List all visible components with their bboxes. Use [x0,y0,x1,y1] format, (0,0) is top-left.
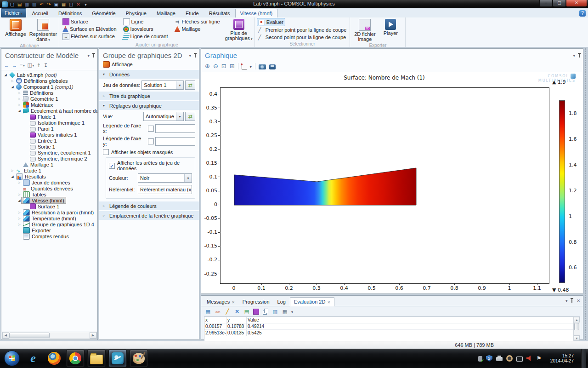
horizontal-scrollbar[interactable]: ◀ ▶ [2,332,97,339]
usb-device-icon[interactable] [478,356,482,362]
plot-area[interactable]: Surface: Nombre de Mach (1) COMSOL MULTI… [201,72,583,293]
y-legend-checkbox[interactable] [148,138,154,144]
ribbon-tab-maillage[interactable]: Maillage [152,9,181,17]
section-donnees[interactable]: Données [99,70,199,79]
export-table-icon[interactable] [272,309,278,315]
collapse-all-icon[interactable] [37,62,41,69]
edge-color-select[interactable]: Noir [138,173,192,183]
file-menu-button[interactable]: Fichier [1,8,26,17]
close-tab-icon[interactable] [232,299,235,305]
show-hidden-objects-checkbox[interactable] [103,149,109,155]
expand-arrow-icon[interactable]: ▷ [17,103,22,107]
tree-item-maillage-1[interactable]: Maillage 1 [1,161,97,167]
show-desktop-button[interactable] [581,349,586,368]
copy-icon[interactable] [53,1,59,7]
tree-item-entree-1[interactable]: Entrée 1 [1,138,97,144]
tree-item-resultats[interactable]: ◢Résultats [1,173,97,179]
column-header[interactable]: y [226,317,247,323]
tree-item-quantites-derivees[interactable]: Quantités dérivées [1,185,97,191]
tree-item-exporter[interactable]: Exporter [1,227,97,233]
panel-menu-icon[interactable] [87,52,90,58]
vertical-scrollbar[interactable]: ▲ ▼ [573,317,580,341]
tree-item-jeux-de-donnees[interactable]: ▷Jeux de données [1,179,97,185]
tree-item-composant-1[interactable]: ◢Composant 1(comp1) [1,84,97,90]
tree-item-ecoulement-a-haut-nombre-de-mach[interactable]: ◢Ecoulement à haut nombre de Mach [1,108,97,114]
pin-icon[interactable] [193,53,197,58]
collapse-arrow-icon[interactable]: ◢ [3,73,8,77]
visibility-menu-icon[interactable] [27,62,34,69]
duplicate-icon[interactable] [68,1,74,7]
tree-item-sortie-1[interactable]: Sortie 1 [1,144,97,150]
tree-item-symetrie-ecoulement-1[interactable]: Symétrie, écoulement 1 [1,150,97,155]
tree-item-paroi-1[interactable]: Paroi 1 [1,126,97,132]
tree-item-comptes-rendus[interactable]: Comptes rendus [1,233,97,239]
table-settings-icon[interactable] [282,309,288,315]
minimize-button[interactable] [539,0,553,7]
ribbon-tab-geometrie[interactable]: Géométrie [87,9,120,17]
tree-item-resolution-a-la-paroi-hmnf[interactable]: ▷Résolution à la paroi (hmnf) [1,209,97,215]
expand-arrow-icon[interactable]: ▷ [10,169,15,172]
x-legend-input[interactable] [155,124,195,133]
close-button[interactable] [566,0,587,7]
save-file-icon[interactable] [24,1,30,7]
close-tab-icon[interactable] [327,299,330,305]
nav-forward-icon[interactable] [12,62,17,69]
table-row[interactable]: 2.99513e-40.001350.5425 [204,330,573,336]
tree-item-fluide-1[interactable]: Fluide 1 [1,114,97,120]
section-emplacement-fenetre[interactable]: Emplacement de la fenêtre graphique [99,211,199,220]
axis-orientation-icon[interactable] [242,64,247,69]
ribbon-tab-vitesse-hmnf[interactable]: Vitesse (hmnf) [235,9,278,17]
button-ligne-de-courant[interactable]: Ligne de courant [122,33,170,40]
tab-evaluation-2d[interactable]: Evaluation 2D [290,297,334,306]
zoom-box-icon[interactable] [221,63,226,70]
undo-icon[interactable] [39,1,45,7]
plot-button[interactable]: Affichage [99,61,199,69]
action-center-icon[interactable] [537,355,543,362]
expand-arrow-icon[interactable]: ▷ [17,211,22,214]
button-maillage[interactable]: Maillage [173,25,221,33]
collapse-arrow-icon[interactable]: ◢ [17,109,22,113]
button-evaluer[interactable]: Evaluer [257,18,285,26]
full-precision-table-icon[interactable] [243,309,250,315]
ribbon-tab-resultats[interactable]: Résultats [204,9,235,17]
help-icon[interactable] [579,10,586,17]
volume-muted-icon[interactable] [526,355,533,362]
x-legend-checkbox[interactable] [148,126,154,132]
tree-item-symetrie-thermique-2[interactable]: Symétrie, thermique 2 [1,155,97,161]
ribbon-tab-definitions[interactable]: Définitions [53,9,87,17]
paint-icon[interactable] [130,350,148,367]
pin-icon[interactable] [92,53,96,58]
windows-explorer-icon[interactable] [87,350,106,367]
tab-log[interactable]: Log [274,298,289,306]
table-row[interactable]: 0.001570.107880.49214 [204,323,573,330]
pin-icon[interactable] [570,298,574,303]
image-save-icon[interactable] [269,64,276,69]
redo-icon[interactable] [46,1,52,7]
sync-dataset-button[interactable] [185,80,195,90]
start-button[interactable] [3,350,21,367]
tab-messages[interactable]: Messages [203,298,238,306]
tree-item-geometrie-1[interactable]: ▷Géométrie 1 [1,96,97,102]
tree-item-vitesse-hmnf[interactable]: ◢Vitesse (hmnf) [1,197,97,203]
button-second-point-pour-la-ligne-de-coupe[interactable]: Second point pour la ligne de coupe [257,34,348,41]
section-reglages-du-graphique[interactable]: Réglages du graphique [99,101,199,110]
firefox-icon[interactable] [45,350,63,367]
scrollbar-thumb[interactable] [574,323,579,330]
paste-icon[interactable] [61,1,67,7]
tree-item-lab-v3-mph[interactable]: ◢Lab v3.mph(root) [1,72,97,78]
show-dataset-edges-checkbox[interactable] [109,163,115,169]
ribbon-tab-accueil[interactable]: Accueil [27,9,53,17]
scrollbar-thumb[interactable] [9,333,50,338]
section-legende-de-couleurs[interactable]: Légende de couleurs [99,201,199,210]
expand-arrow-icon[interactable]: ▷ [17,193,22,196]
table-surface-icon[interactable] [253,309,259,315]
panel-menu-icon[interactable] [573,52,575,58]
pin-icon[interactable] [577,53,581,58]
clock[interactable]: 15:27 2014-04-27 [547,353,577,363]
antivirus-shield-icon[interactable] [486,355,492,362]
tab-progression[interactable]: Progression [239,298,273,306]
zoom-out-icon[interactable] [213,63,218,70]
save-as-icon[interactable] [31,1,37,7]
button-player[interactable]: Player [378,18,403,36]
update-results-icon[interactable] [205,309,211,315]
